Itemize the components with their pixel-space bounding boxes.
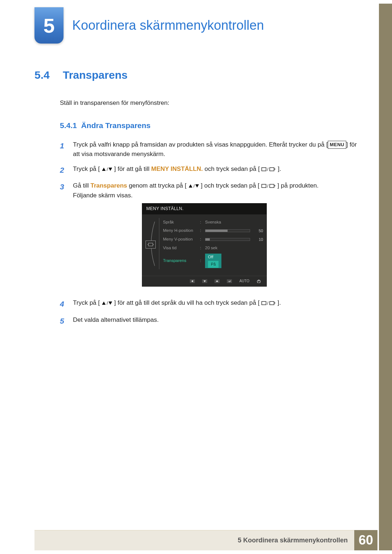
step-4-mid: ] för att gå till det språk du vill ha o… [114,299,260,306]
subsection-heading: 5.4.1 Ändra Transparens [60,121,364,130]
svg-text:/: / [267,301,269,306]
page-side-strip [379,4,392,550]
osd-label: Meny V-position [163,236,198,243]
svg-rect-11 [270,184,274,188]
osd-dropdown-selected: Off På [205,254,221,268]
step-3-mid: genom att trycka på [ [127,182,186,189]
footer-spacer [34,530,231,550]
step-text: Det valda alternativet tillämpas. [73,315,159,327]
up-down-arrow-icon: / [102,167,113,172]
footer-page-number: 60 [354,530,377,550]
up-down-arrow-icon: / [188,184,199,189]
svg-marker-2 [109,168,112,171]
osd-sep: : [200,219,203,226]
osd-row-transparens: Transparens : Off På [163,253,263,269]
enter-source-icon: / [261,301,276,306]
step-4-pre: Tryck på [ [73,299,100,306]
step-3-post: ] på produkten. [277,182,318,189]
step-2-close: ]. [278,165,281,172]
osd-value-num: 50 [252,228,263,234]
osd-option-on: På [208,261,219,268]
osd-label: Språk [163,219,198,226]
step-2-emph: MENY INSTÄLLN. [151,165,203,172]
osd-row-hpos: Meny H-position : 50 [163,226,263,235]
svg-text:/: / [107,167,108,172]
svg-rect-5 [270,168,274,171]
osd-panel: MENY INSTÄLLN. [142,203,267,287]
section-intro: Ställ in transparensen för menyfönstren: [60,99,364,107]
menu-key-icon: MENU [328,141,346,149]
page-footer: 5 Koordinera skärmmenykontrollen 60 [34,530,377,550]
step-text: Tryck på valfri knapp på framsidan av pr… [73,140,364,159]
nav-auto-label: AUTO [239,278,249,284]
osd-category-icon [146,241,156,249]
step-3: 3 Gå till Transparens genom att trycka p… [60,181,364,293]
step-text: Gå till Transparens genom att trycka på … [73,181,319,293]
svg-rect-9 [262,184,266,188]
osd-value: 20 sek [205,245,250,251]
step-number: 5 [60,315,66,327]
osd-slider [205,238,250,241]
svg-marker-0 [102,168,106,171]
content-area: 5.4 Transparens Ställ in transparensen f… [34,69,364,332]
step-text: Tryck på [ / ] för att gå till det språk… [73,298,281,310]
enter-source-icon: / [261,167,276,172]
osd-sep: : [200,227,203,234]
enter-source-icon: / [261,184,276,189]
svg-text:/: / [193,184,195,189]
osd-rows: Språk : Svenska Meny H-position : 50 [163,218,263,269]
step-number: 2 [60,164,66,176]
step-3-after: Följande skärm visas. [73,192,132,199]
osd-row-time: Visa tid : 20 sek [163,244,263,253]
chapter-header: 5 Koordinera skärmmenykontrollen [34,7,264,44]
section-number: 5.4 [34,69,53,81]
osd-sep: : [200,236,203,243]
step-number: 3 [60,181,66,293]
svg-marker-26 [109,301,112,305]
svg-text:/: / [107,301,108,306]
step-text: Tryck på [ / ] för att gå till MENY INST… [73,164,281,176]
osd-label: Transparens [163,258,198,264]
section-title: Transparens [63,69,127,81]
osd-row-vpos: Meny V-position : 10 [163,235,263,244]
svg-text:/: / [267,184,269,189]
step-1-pre: Tryck på valfri knapp på framsidan av pr… [73,141,328,148]
step-2-post: och tryck sedan på [ [203,165,260,172]
step-4: 4 Tryck på [ / ] för att gå till det spr… [60,298,364,310]
nav-up-icon [215,279,220,283]
osd-label: Meny H-position [163,227,198,234]
footer-caption: 5 Koordinera skärmmenykontrollen [231,530,354,550]
step-2: 2 Tryck på [ / ] för att gå till MENY IN… [60,164,364,176]
osd-dropdown: Off På [205,254,250,268]
svg-marker-24 [102,301,106,305]
steps-list: 1 Tryck på valfri knapp på framsidan av … [60,140,364,327]
nav-left-icon [190,279,195,283]
step-2-mid: ] för att gå till [114,165,151,172]
nav-down-icon [202,279,207,283]
svg-rect-21 [227,279,232,283]
step-number: 4 [60,298,66,310]
step-3-pre: Gå till [73,182,90,189]
step-3-mid2: ] och tryck sedan på [ [201,182,260,189]
step-2-pre: Tryck på [ [73,165,100,172]
step-number: 1 [60,140,66,159]
subsection-number: 5.4.1 [60,121,77,130]
step-3-emph: Transparens [90,182,127,189]
step-5: 5 Det valda alternativet tillämpas. [60,315,364,327]
section-heading: 5.4 Transparens [34,69,364,81]
osd-screenshot: MENY INSTÄLLN. [142,203,319,287]
svg-text:/: / [267,167,269,172]
osd-nav-bar: AUTO [142,276,267,287]
chapter-title: Koordinera skärmmenykontrollen [72,18,264,33]
step-4-post: ]. [278,299,281,306]
svg-rect-3 [262,168,266,171]
nav-enter-icon [227,279,232,283]
svg-marker-8 [195,184,199,188]
svg-marker-6 [189,184,192,188]
osd-sep: : [200,245,203,251]
up-down-arrow-icon: / [102,301,113,306]
osd-title: MENY INSTÄLLN. [142,203,267,214]
osd-left-rail [146,218,159,269]
osd-row-language: Språk : Svenska [163,218,263,227]
step-1: 1 Tryck på valfri knapp på framsidan av … [60,140,364,159]
